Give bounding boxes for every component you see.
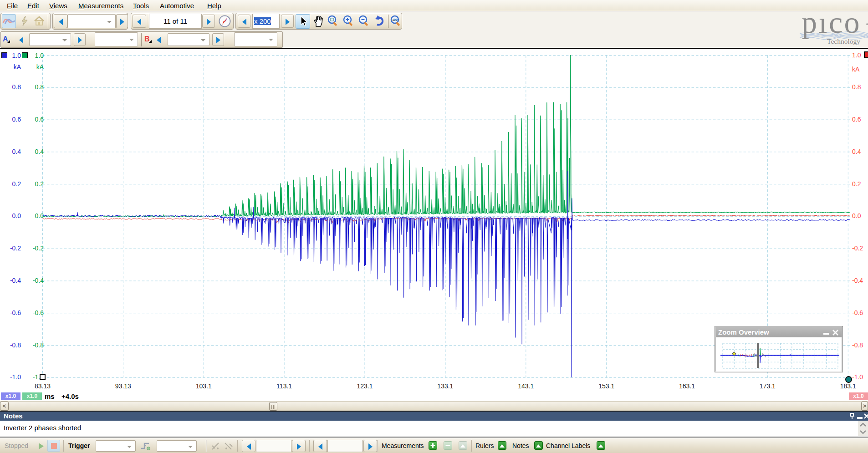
svg-text:pico: pico [802, 18, 861, 40]
svg-text:Technology: Technology [827, 37, 860, 45]
svg-text:100: 100 [392, 18, 398, 21]
